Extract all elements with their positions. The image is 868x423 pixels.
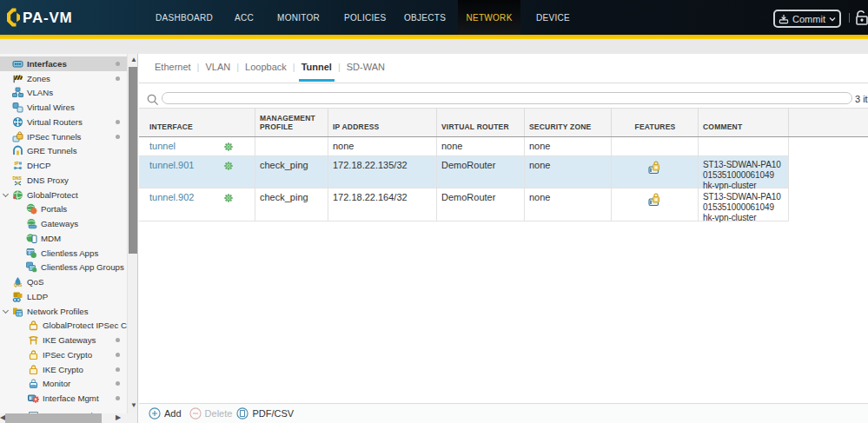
svg-text:DNS: DNS: [13, 175, 23, 180]
svg-text:IP: IP: [15, 161, 20, 166]
svg-text:QoS: QoS: [14, 283, 22, 288]
